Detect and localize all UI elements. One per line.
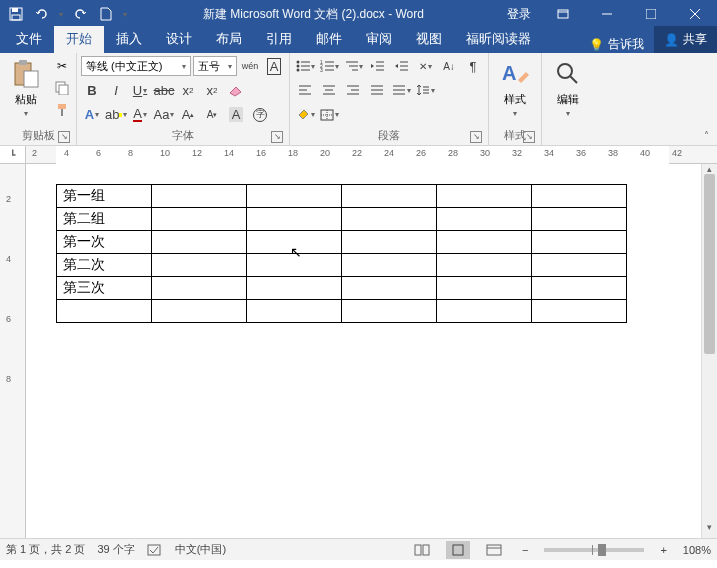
subscript-button[interactable]: x2 bbox=[177, 79, 199, 101]
strikethrough-button[interactable]: abc bbox=[153, 79, 175, 101]
print-layout-button[interactable] bbox=[446, 541, 470, 559]
table-cell[interactable] bbox=[247, 185, 342, 208]
font-name-combo[interactable]: 等线 (中文正文)▾ bbox=[81, 56, 191, 76]
character-border-button[interactable]: A bbox=[263, 55, 285, 77]
text-effects-button[interactable]: A bbox=[81, 104, 103, 126]
enclose-characters-button[interactable]: 字 bbox=[249, 104, 271, 126]
table-cell[interactable] bbox=[152, 208, 247, 231]
table-cell[interactable]: 第一组 bbox=[57, 185, 152, 208]
save-button[interactable] bbox=[4, 2, 28, 26]
spellcheck-icon[interactable] bbox=[147, 543, 163, 557]
table-cell[interactable]: 第三次 bbox=[57, 277, 152, 300]
paste-button[interactable]: 粘贴 ▾ bbox=[4, 55, 48, 121]
table-row[interactable]: 第一组 bbox=[57, 185, 627, 208]
tab-layout[interactable]: 布局 bbox=[204, 26, 254, 53]
table-cell[interactable] bbox=[532, 277, 627, 300]
table-cell[interactable] bbox=[152, 231, 247, 254]
table-cell[interactable] bbox=[532, 300, 627, 323]
table-cell[interactable] bbox=[532, 185, 627, 208]
superscript-button[interactable]: x2 bbox=[201, 79, 223, 101]
table-cell[interactable] bbox=[342, 231, 437, 254]
sort-button[interactable]: A↓ bbox=[438, 55, 460, 77]
table-cell[interactable] bbox=[437, 185, 532, 208]
cut-button[interactable]: ✂ bbox=[52, 56, 72, 76]
zoom-level[interactable]: 108% bbox=[683, 544, 711, 556]
table-cell[interactable]: 第二组 bbox=[57, 208, 152, 231]
word-count[interactable]: 39 个字 bbox=[97, 542, 134, 557]
clipboard-dialog-launcher[interactable]: ↘ bbox=[58, 131, 70, 143]
table-cell[interactable] bbox=[57, 300, 152, 323]
asian-layout-button[interactable]: ✕ bbox=[414, 55, 436, 77]
login-link[interactable]: 登录 bbox=[497, 6, 541, 23]
tab-review[interactable]: 审阅 bbox=[354, 26, 404, 53]
paragraph-dialog-launcher[interactable]: ↘ bbox=[470, 131, 482, 143]
table-row[interactable]: 第三次 bbox=[57, 277, 627, 300]
align-left-button[interactable] bbox=[294, 79, 316, 101]
zoom-slider-knob[interactable] bbox=[598, 544, 606, 556]
change-case-button[interactable]: Aa bbox=[153, 104, 175, 126]
tab-view[interactable]: 视图 bbox=[404, 26, 454, 53]
bullets-button[interactable] bbox=[294, 55, 316, 77]
maximize-button[interactable] bbox=[629, 0, 673, 28]
highlight-button[interactable]: ab bbox=[105, 104, 127, 126]
table-row[interactable]: 第一次 bbox=[57, 231, 627, 254]
table-cell[interactable] bbox=[247, 277, 342, 300]
font-color-button[interactable]: A bbox=[129, 104, 151, 126]
format-painter-button[interactable] bbox=[52, 100, 72, 120]
table-cell[interactable] bbox=[342, 277, 437, 300]
table-cell[interactable] bbox=[152, 254, 247, 277]
minimize-button[interactable] bbox=[585, 0, 629, 28]
styles-dialog-launcher[interactable]: ↘ bbox=[523, 131, 535, 143]
tab-references[interactable]: 引用 bbox=[254, 26, 304, 53]
tab-selector[interactable]: ┗ bbox=[0, 146, 26, 163]
table-cell[interactable] bbox=[342, 208, 437, 231]
ribbon-display-button[interactable] bbox=[541, 0, 585, 28]
table-cell[interactable] bbox=[342, 185, 437, 208]
zoom-in-button[interactable]: + bbox=[656, 544, 670, 556]
undo-dropdown[interactable]: ▾ bbox=[56, 10, 66, 19]
table-cell[interactable] bbox=[152, 185, 247, 208]
page-indicator[interactable]: 第 1 页，共 2 页 bbox=[6, 542, 85, 557]
styles-button[interactable]: A 样式 ▾ bbox=[493, 55, 537, 121]
tab-insert[interactable]: 插入 bbox=[104, 26, 154, 53]
share-button[interactable]: 👤共享 bbox=[654, 26, 717, 53]
zoom-out-button[interactable]: − bbox=[518, 544, 532, 556]
table-cell[interactable] bbox=[437, 254, 532, 277]
table-cell[interactable] bbox=[152, 300, 247, 323]
table-cell[interactable] bbox=[437, 277, 532, 300]
tab-home[interactable]: 开始 bbox=[54, 26, 104, 53]
table-cell[interactable] bbox=[532, 254, 627, 277]
align-center-button[interactable] bbox=[318, 79, 340, 101]
document-table[interactable]: 第一组第二组第一次第二次第三次 bbox=[56, 184, 627, 323]
justify-button[interactable] bbox=[366, 79, 388, 101]
bold-button[interactable]: B bbox=[81, 79, 103, 101]
table-cell[interactable] bbox=[152, 277, 247, 300]
italic-button[interactable]: I bbox=[105, 79, 127, 101]
redo-button[interactable] bbox=[68, 2, 92, 26]
table-cell[interactable]: 第一次 bbox=[57, 231, 152, 254]
tab-design[interactable]: 设计 bbox=[154, 26, 204, 53]
table-cell[interactable] bbox=[437, 208, 532, 231]
grow-font-button[interactable]: A▴ bbox=[177, 104, 199, 126]
tab-mailings[interactable]: 邮件 bbox=[304, 26, 354, 53]
table-row[interactable]: 第二次 bbox=[57, 254, 627, 277]
table-cell[interactable] bbox=[247, 231, 342, 254]
web-layout-button[interactable] bbox=[482, 541, 506, 559]
table-cell[interactable] bbox=[247, 208, 342, 231]
tab-foxit[interactable]: 福昕阅读器 bbox=[454, 26, 543, 53]
eraser-icon[interactable] bbox=[225, 79, 247, 101]
multilevel-list-button[interactable] bbox=[342, 55, 364, 77]
editing-button[interactable]: 编辑 ▾ bbox=[546, 55, 590, 121]
read-mode-button[interactable] bbox=[410, 541, 434, 559]
document-page[interactable]: 第一组第二组第一次第二次第三次 ↖ bbox=[26, 164, 701, 538]
collapse-ribbon-button[interactable]: ˄ bbox=[695, 53, 717, 145]
show-marks-button[interactable]: ¶ bbox=[462, 55, 484, 77]
line-spacing-button[interactable] bbox=[414, 79, 436, 101]
ruler-horizontal[interactable]: ┗ 24681012141618202224262830323436384042 bbox=[0, 146, 717, 164]
font-dialog-launcher[interactable]: ↘ bbox=[271, 131, 283, 143]
close-button[interactable] bbox=[673, 0, 717, 28]
table-cell[interactable]: 第二次 bbox=[57, 254, 152, 277]
scrollbar-thumb[interactable] bbox=[704, 174, 715, 354]
shrink-font-button[interactable]: A▾ bbox=[201, 104, 223, 126]
table-cell[interactable] bbox=[342, 254, 437, 277]
